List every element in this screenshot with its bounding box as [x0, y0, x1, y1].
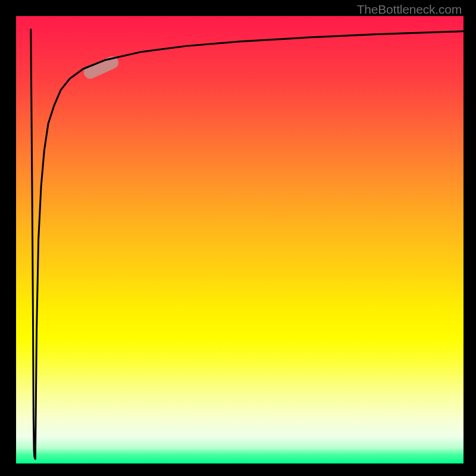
chart-curve [16, 16, 464, 464]
watermark-label: TheBottleneck.com [357, 2, 462, 17]
